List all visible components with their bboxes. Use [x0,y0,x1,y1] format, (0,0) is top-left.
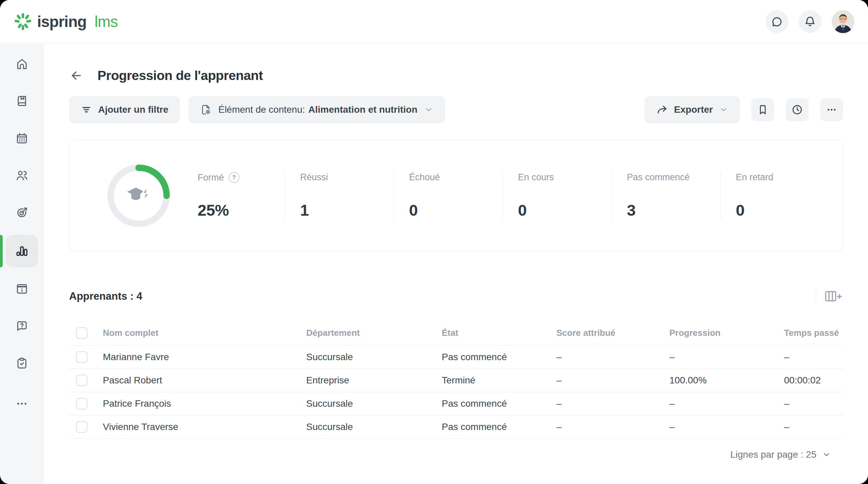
sidebar-item-help[interactable] [6,310,38,342]
sidebar-item-more[interactable] [6,387,38,420]
row-checkbox[interactable] [76,351,87,363]
cell-score: – [556,398,669,409]
stat-value: 3 [627,201,720,219]
cell-progression: – [669,422,784,432]
summary-card: Formé ? 25% Réussi 1 Échoué 0 En co [69,140,843,251]
export-label: Exporter [674,104,713,115]
calendar-icon [15,132,29,145]
row-checkbox[interactable] [76,398,87,409]
table-row[interactable]: Marianne Favre Succursale Pas commencé –… [69,346,843,369]
product-name: lms [94,12,118,31]
help-icon[interactable]: ? [229,172,239,183]
book-icon [15,95,29,108]
messages-button[interactable] [765,10,788,33]
stat-value: 0 [518,201,611,219]
cell-name: Vivienne Traverse [103,422,306,432]
export-arrow-icon [656,104,668,116]
table-row[interactable]: Vivienne Traverse Succursale Pas commenc… [69,415,843,439]
sidebar-item-goals[interactable] [6,196,38,229]
add-column-button[interactable] [823,289,843,304]
rows-per-page-select[interactable]: Lignes par page : 25 [730,446,831,463]
cell-score: – [556,352,669,362]
info-window-icon [15,282,29,296]
content-filter-value: Alimentation et nutrition [308,104,417,115]
column-header[interactable]: Score attribué [556,328,669,338]
sidebar-item-reports[interactable] [6,235,38,267]
cell-department: Succursale [306,398,442,409]
sidebar-item-courses[interactable] [6,85,38,117]
stat-label: Échoué [409,172,440,183]
notifications-button[interactable] [799,10,821,33]
learners-table: Nom complet Département État Score attri… [69,321,843,439]
stat-overdue: En retard 0 [720,172,829,219]
column-header[interactable]: État [442,328,556,338]
bookmark-icon [757,104,769,115]
cell-progression: – [669,352,784,362]
cell-progression: 100.00% [669,375,784,386]
export-button[interactable]: Exporter [644,96,740,123]
column-header[interactable]: Progression [669,328,784,338]
divider [816,291,816,302]
history-button[interactable] [786,98,809,121]
cell-score: – [556,375,669,386]
more-actions-button[interactable] [820,98,843,121]
column-header[interactable]: Temps passé [784,328,843,338]
ellipsis-icon [15,397,29,410]
ispring-spark-icon [13,12,32,31]
cell-time: – [784,398,843,409]
main-area: Progression de l'apprenant Ajouter un fi… [44,44,868,484]
sidebar-item-info[interactable] [6,273,38,305]
table-row[interactable]: Patrice François Succursale Pas commencé… [69,392,843,415]
table-header-row: Nom complet Département État Score attri… [69,321,843,346]
stat-label: Formé [198,172,224,183]
cell-time: 00:00:02 [784,375,843,386]
cell-state: Pas commencé [442,422,556,432]
cell-state: Terminé [442,375,556,386]
chat-bubble-icon [771,15,783,28]
column-header[interactable]: Nom complet [103,328,306,338]
content-item-icon [200,104,212,116]
sidebar-item-tasks[interactable] [6,347,38,379]
stat-failed: Échoué 0 [394,172,502,219]
chevron-down-icon [822,450,831,459]
ellipsis-icon [826,104,837,115]
app-window: ispring lms [0,0,868,484]
question-bubble-icon [15,319,29,333]
stat-label: Réussi [300,172,328,183]
cell-department: Succursale [306,422,442,432]
cell-department: Succursale [306,352,442,362]
bell-icon [804,15,816,28]
sidebar-item-users[interactable] [6,159,38,192]
sidebar [0,44,44,484]
cell-time: – [784,352,843,362]
graduation-cap-bolt-icon [107,164,171,228]
table-row[interactable]: Pascal Robert Entreprise Terminé – 100.0… [69,369,843,392]
cell-state: Pas commencé [442,398,556,409]
stat-not-started: Pas commencé 3 [611,172,720,219]
bookmark-button[interactable] [751,98,774,121]
content-filter-chip[interactable]: Élément de contenu: Alimentation et nutr… [189,96,445,123]
home-icon [15,57,29,71]
chevron-down-icon [719,105,728,114]
active-indicator [0,235,3,267]
learners-heading: Apprenants : 4 [69,290,142,302]
sidebar-item-home[interactable] [6,48,38,80]
row-checkbox[interactable] [76,375,87,386]
target-arrow-icon [15,206,29,219]
user-avatar[interactable] [832,10,855,33]
stat-in-progress: En cours 0 [502,172,611,219]
row-checkbox[interactable] [76,421,87,433]
content-filter-prefix: Élément de contenu: [218,104,305,115]
cell-time: – [784,422,843,432]
sidebar-item-calendar[interactable] [6,122,38,155]
users-icon [15,169,29,182]
clipboard-check-icon [15,356,29,370]
add-filter-button[interactable]: Ajouter un filtre [69,96,180,123]
stat-value: 1 [300,201,394,219]
select-all-checkbox[interactable] [76,327,87,339]
back-button[interactable] [69,69,83,83]
stat-value: 0 [409,201,502,219]
stat-label: En cours [518,172,554,183]
filter-lines-icon [81,104,92,115]
column-header[interactable]: Département [306,328,442,338]
